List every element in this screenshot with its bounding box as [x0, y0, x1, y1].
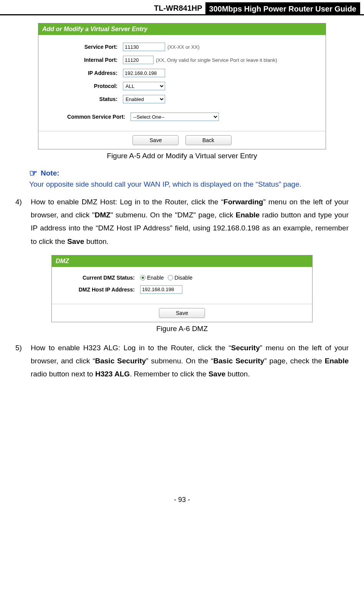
ip-address-label: IP Address: [38, 70, 123, 76]
pointing-hand-icon: ☞ [29, 169, 38, 178]
step-4: 4) How to enable DMZ Host: Log in to the… [15, 195, 349, 248]
service-port-label: Service Port: [38, 44, 123, 50]
step-5-number: 5) [15, 341, 31, 381]
figure-a5-caption: Figure A-5 Add or Modify a Virtual serve… [15, 152, 349, 160]
dmz-status-label: Current DMZ Status: [52, 275, 140, 281]
common-service-port-select[interactable]: --Select One-- [131, 113, 219, 121]
guide-title: 300Mbps High Power Router User Guide [205, 2, 360, 14]
step-4-number: 4) [15, 195, 31, 248]
step-5-text: How to enable H323 ALG: Log in to the Ro… [31, 341, 349, 381]
dmz-host-ip-label: DMZ Host IP Address: [52, 287, 140, 293]
dmz-panel-title: DMZ [52, 255, 312, 267]
dmz-host-ip-input[interactable] [140, 285, 182, 294]
page-number: - 93 - [0, 496, 364, 508]
step-5: 5) How to enable H323 ALG: Log in to the… [15, 341, 349, 381]
note-heading: Note: [41, 169, 60, 177]
figure-a6-caption: Figure A-6 DMZ [15, 325, 349, 333]
enable-radio-label: Enable [147, 275, 164, 281]
internal-port-input[interactable] [123, 56, 154, 64]
guide-title-text: 300Mbps High Power Router User Guide [209, 5, 356, 13]
common-service-port-label: Common Service Port: [38, 114, 131, 120]
save-button[interactable]: Save [132, 135, 179, 145]
status-select[interactable]: Enabled [123, 95, 165, 103]
service-port-input[interactable] [123, 43, 165, 51]
status-label: Status: [38, 96, 123, 102]
protocol-select[interactable]: ALL [123, 82, 165, 90]
virtual-server-panel: Add or Modify a Virtual Server Entry Ser… [38, 23, 326, 149]
protocol-label: Protocol: [38, 83, 123, 89]
page-header: TL-WR841HP 300Mbps High Power Router Use… [0, 2, 364, 15]
internal-port-label: Internal Port: [38, 57, 123, 63]
service-port-hint: (XX-XX or XX) [165, 44, 200, 50]
step-4-text: How to enable DMZ Host: Log in to the Ro… [31, 195, 349, 248]
model-number: TL-WR841HP [154, 2, 205, 14]
disable-radio-label: Disable [175, 275, 193, 281]
enable-radio[interactable] [140, 275, 146, 280]
disable-radio[interactable] [168, 275, 173, 280]
note-body: Your opposite side should call your WAN … [29, 180, 349, 189]
panel-title: Add or Modify a Virtual Server Entry [38, 23, 326, 35]
back-button[interactable]: Back [185, 135, 232, 145]
dmz-panel: DMZ Current DMZ Status: Enable Disable D… [51, 255, 313, 322]
note-block: ☞ Note: Your opposite side should call y… [29, 169, 349, 189]
internal-port-hint: (XX, Only valid for single Service Port … [154, 57, 277, 63]
ip-address-input[interactable] [123, 69, 165, 77]
dmz-save-button[interactable]: Save [159, 308, 205, 318]
